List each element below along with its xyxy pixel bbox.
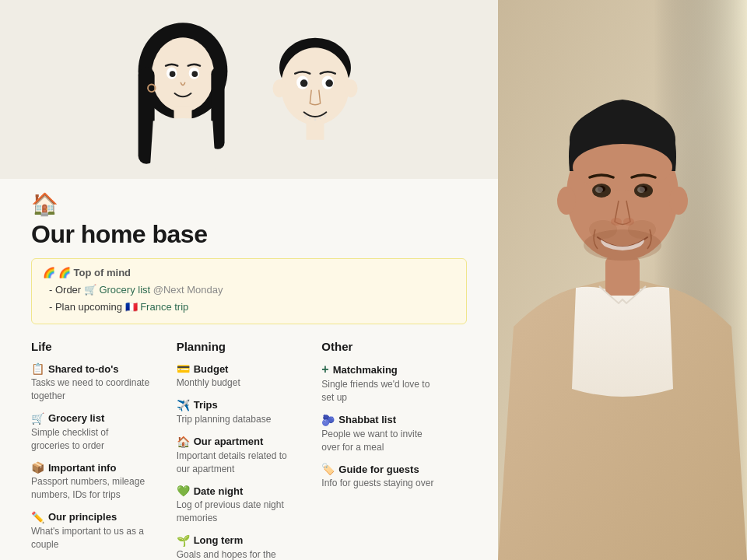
svg-point-42 (669, 187, 688, 215)
principles-desc: What's important to us as acouple (31, 525, 161, 551)
shared-todos-title[interactable]: 📋 Shared to-do's (31, 362, 161, 375)
page-title: Our home base (31, 220, 467, 249)
grocery-list-title[interactable]: 🛒 Grocery list (31, 412, 161, 425)
life-column: Life 📋 Shared to-do's Tasks we need to c… (31, 340, 177, 560)
budget-desc: Monthly budget (177, 376, 307, 390)
house-icon: 🏠 (31, 191, 58, 217)
apartment-icon: 🏠 (177, 436, 190, 448)
date-night-item: 💚 Date night Log of previous date nightm… (177, 485, 307, 525)
svg-point-13 (344, 79, 357, 97)
tom-prefix-2: - Plan upcoming (49, 301, 125, 313)
shabbat-title[interactable]: 🫐 Shabbat list (321, 414, 451, 426)
content-area: 🏠 Our home base 🌈 🌈 Top of mind - Order … (0, 179, 498, 560)
matchmaking-item: + Matchmaking Single friends we'd love t… (321, 362, 451, 404)
svg-point-11 (281, 47, 349, 124)
long-term-title[interactable]: 🌱 Long term (177, 534, 307, 547)
planning-column-header: Planning (177, 340, 307, 353)
date-night-title[interactable]: 💚 Date night (177, 485, 307, 497)
principles-icon: ✏️ (31, 511, 44, 523)
left-panel: 🏠 Our home base 🌈 🌈 Top of mind - Order … (0, 0, 498, 560)
svg-point-41 (557, 187, 576, 215)
top-of-mind-header: 🌈 🌈 Top of mind (43, 267, 455, 278)
important-icon: 📦 (31, 461, 44, 474)
svg-point-39 (589, 220, 617, 239)
top-of-mind-box: 🌈 🌈 Top of mind - Order 🛒 Grocery list @… (31, 258, 467, 324)
shared-todos-icon: 📋 (31, 362, 44, 375)
date-night-icon: 💚 (177, 485, 190, 497)
guide-guests-desc: Info for guests staying over (321, 477, 451, 490)
svg-point-23 (324, 115, 326, 117)
svg-point-8 (191, 71, 198, 77)
columns-container: Life 📋 Shared to-do's Tasks we need to c… (31, 340, 467, 560)
apartment-item: 🏠 Our apartment Important details relate… (177, 436, 307, 476)
budget-title[interactable]: 💳 Budget (177, 362, 307, 375)
top-of-mind-item-2: - Plan upcoming 🇫🇷 France trip (49, 299, 455, 316)
other-column-header: Other (321, 340, 451, 353)
svg-point-1 (152, 37, 214, 112)
shabbat-desc: People we want to inviteover for a meal (321, 428, 451, 454)
svg-point-22 (319, 117, 321, 120)
grocery-icon: 🛒 (31, 412, 44, 425)
trips-icon: ✈️ (177, 399, 190, 411)
svg-point-21 (314, 118, 317, 121)
budget-item: 💳 Budget Monthly budget (177, 362, 307, 390)
man-illustration (249, 16, 381, 179)
guide-guests-icon: 🏷️ (321, 463, 335, 475)
guide-guests-title[interactable]: 🏷️ Guide for guests (321, 463, 451, 475)
apartment-desc: Important details related toour apartmen… (177, 450, 307, 476)
tom-tag-1: @Next Monday (150, 284, 223, 296)
principles-title[interactable]: ✏️ Our principles (31, 511, 161, 523)
long-term-item: 🌱 Long term Goals and hopes for thelong … (177, 534, 307, 560)
grocery-list-item: 🛒 Grocery list Simple checklist ofgrocer… (31, 412, 161, 453)
shabbat-icon: 🫐 (321, 414, 335, 426)
matchmaking-title[interactable]: + Matchmaking (321, 362, 451, 376)
life-column-header: Life (31, 340, 161, 353)
trips-item: ✈️ Trips Trip planning database (177, 399, 307, 426)
top-of-mind-item-1: - Order 🛒 Grocery list @Next Monday (49, 282, 455, 299)
svg-point-35 (637, 187, 645, 193)
tom-link-2[interactable]: 🇫🇷 France trip (125, 301, 189, 313)
date-night-desc: Log of previous date nightmemories (177, 499, 307, 525)
shared-todos-item: 📋 Shared to-do's Tasks we need to coordi… (31, 362, 161, 403)
grocery-desc: Simple checklist ofgroceries to order (31, 426, 161, 453)
matchmaking-icon: + (321, 362, 328, 376)
svg-point-16 (300, 79, 308, 87)
photo-background (498, 0, 747, 560)
shabbat-item: 🫐 Shabbat list People we want to inviteo… (321, 414, 451, 454)
svg-point-29 (573, 144, 672, 191)
person-photo-svg (498, 0, 747, 560)
svg-point-7 (170, 71, 176, 77)
top-of-mind-label: 🌈 Top of mind (58, 267, 131, 278)
matchmaking-desc: Single friends we'd love toset up (321, 378, 451, 404)
rainbow-icon: 🌈 (43, 267, 55, 278)
budget-icon: 💳 (177, 362, 190, 375)
important-info-title[interactable]: 📦 Important info (31, 461, 161, 474)
svg-rect-18 (307, 121, 324, 140)
illustration-area (0, 0, 498, 179)
svg-point-34 (595, 187, 603, 193)
other-column: Other + Matchmaking Single friends we'd … (321, 340, 467, 560)
planning-column: Planning 💳 Budget Monthly budget ✈️ Trip… (177, 340, 322, 560)
apartment-title[interactable]: 🏠 Our apartment (177, 436, 307, 448)
svg-point-17 (325, 79, 333, 87)
tom-link-1[interactable]: 🛒 Grocery list (84, 284, 150, 296)
right-panel (498, 0, 747, 560)
svg-point-12 (272, 79, 286, 97)
house-icon-row: 🏠 (31, 191, 467, 217)
shared-todos-desc: Tasks we need to coordinate together (31, 376, 161, 403)
woman-illustration (117, 8, 249, 179)
svg-point-40 (628, 220, 656, 239)
long-term-desc: Goals and hopes for thelong run (177, 548, 307, 560)
svg-point-19 (304, 115, 307, 117)
trips-title[interactable]: ✈️ Trips (177, 399, 307, 411)
principles-item: ✏️ Our principles What's important to us… (31, 511, 161, 551)
trips-desc: Trip planning database (177, 413, 307, 426)
tom-prefix-1: - Order (49, 284, 84, 296)
important-info-item: 📦 Important info Passport numbers, milea… (31, 461, 161, 502)
svg-point-20 (309, 117, 311, 120)
guide-guests-item: 🏷️ Guide for guests Info for guests stay… (321, 463, 451, 490)
important-info-desc: Passport numbers, mileagenumbers, IDs fo… (31, 475, 161, 502)
svg-rect-26 (605, 257, 640, 296)
long-term-icon: 🌱 (177, 534, 190, 547)
